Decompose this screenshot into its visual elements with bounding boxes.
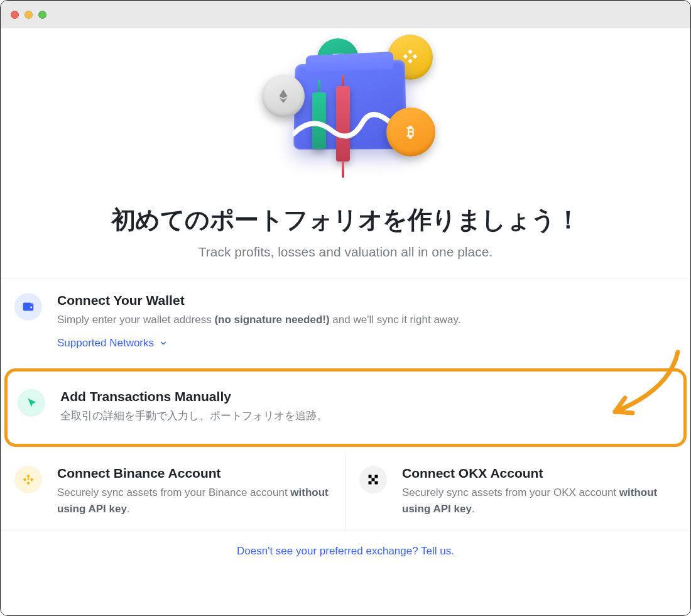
close-window-button[interactable] [11,11,19,19]
supported-networks-dropdown[interactable]: Supported Networks [57,337,168,349]
wallet-icon [14,293,42,321]
desc-text: Securely sync assets from your OKX accou… [402,487,619,498]
svg-rect-8 [375,481,378,485]
option-description: Securely sync assets from your OKX accou… [402,485,674,517]
desc-text: and we'll sync it right away. [330,314,461,326]
svg-text:₿: ₿ [406,123,415,140]
supported-networks-label: Supported Networks [57,337,154,349]
option-title: Add Transactions Manually [60,389,671,404]
chevron-down-icon [159,339,168,348]
page-subtitle: Track profits, losses and valuation all … [16,245,675,260]
btc-coin-icon: ₿ [386,107,435,157]
option-connect-okx[interactable]: Connect OKX Account Securely sync assets… [346,452,690,531]
eth-coin-icon [262,75,305,118]
desc-text: Securely sync assets from your Binance a… [57,487,290,498]
option-description: 全取引の詳細を手動で入力し、ポートフォリオを追跡。 [60,408,671,424]
content-area: ₿ 初めてのポートフォリオを作りましょう！ Track profits, los… [1,28,690,615]
maximize-window-button[interactable] [38,11,46,19]
hero-section: ₿ 初めてのポートフォリオを作りましょう！ Track profits, los… [1,28,690,278]
footer: Doesn't see your preferred exchange? Tel… [1,531,690,571]
option-description: Simply enter your wallet address (no sig… [57,312,674,328]
svg-rect-6 [372,478,375,481]
svg-rect-5 [375,475,378,478]
option-connect-binance[interactable]: Connect Binance Account Securely sync as… [1,452,346,531]
preferred-exchange-link[interactable]: Doesn't see your preferred exchange? Tel… [237,545,454,557]
binance-icon [14,466,42,493]
mac-titlebar [1,1,690,28]
green-candle-icon [312,92,326,149]
page-title: 初めてのポートフォリオを作りましょう！ [16,203,675,237]
option-title: Connect Your Wallet [57,293,674,308]
exchange-options-row: Connect Binance Account Securely sync as… [1,452,690,531]
desc-text: Simply enter your wallet address [57,314,214,326]
okx-icon [359,466,387,493]
desc-text: . [127,503,130,515]
svg-rect-7 [369,481,372,485]
portfolio-illustration: ₿ [261,40,430,178]
minimize-window-button[interactable] [24,11,33,19]
desc-text: . [472,503,475,515]
option-title: Connect Binance Account [57,466,329,481]
red-candle-icon [336,86,350,162]
svg-rect-4 [369,475,372,478]
desc-bold: (no signature needed!) [214,314,329,326]
svg-rect-2 [23,303,31,305]
svg-point-3 [30,306,32,308]
option-connect-wallet[interactable]: Connect Your Wallet Simply enter your wa… [1,279,690,363]
app-window: ₿ 初めてのポートフォリオを作りましょう！ Track profits, los… [0,0,691,616]
option-title: Connect OKX Account [402,466,674,481]
option-add-transactions-manually[interactable]: Add Transactions Manually 全取引の詳細を手動で入力し、… [4,368,687,448]
option-description: Securely sync assets from your Binance a… [57,485,329,517]
pointer-icon [18,389,45,417]
